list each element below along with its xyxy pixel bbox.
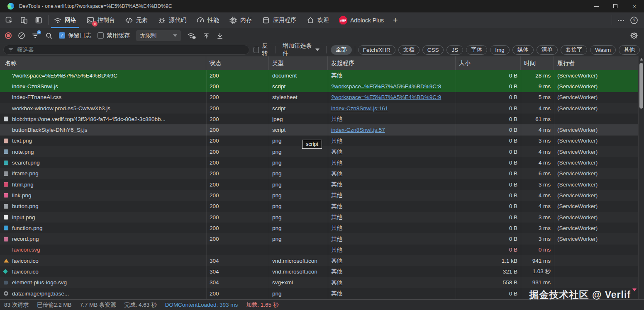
tab-performance[interactable]: 性能: [191, 12, 224, 28]
request-time: 5 ms: [521, 94, 554, 100]
preserve-log-checkbox[interactable]: ✓ 保留日志: [59, 32, 91, 39]
more-tabs-button[interactable]: +: [389, 12, 402, 28]
search-icon[interactable]: [45, 32, 53, 39]
checkbox-unchecked-icon: [254, 47, 259, 53]
table-row[interactable]: blob:https://one.verlif.top/43ff3486-fa7…: [0, 114, 638, 124]
filter-badge: ×: [37, 30, 41, 34]
more-filters-dropdown[interactable]: 增加筛选条件: [280, 42, 322, 57]
tab-application[interactable]: 应用程序: [257, 12, 301, 28]
filter-chip-5[interactable]: 字体: [466, 45, 487, 55]
filter-chip-4[interactable]: JS: [446, 45, 463, 55]
filter-chip-6[interactable]: Img: [490, 45, 510, 55]
request-time: 4 ms: [521, 160, 554, 166]
filter-chip-8[interactable]: 清单: [537, 45, 558, 55]
table-row[interactable]: buttonBlackStyle-DNhY6_Sj.js200scriptind…: [0, 124, 638, 135]
table-row[interactable]: favicon.ico304vnd.microsoft.icon其他321 B1…: [0, 266, 638, 277]
filter-chip-1[interactable]: Fetch/XHR: [358, 45, 395, 55]
initiator-link[interactable]: ?workspace=%E5%B7%A5%E4%BD%9C:8: [331, 83, 441, 90]
tab-adblock[interactable]: ABPAdblock Plus: [334, 12, 389, 28]
tab-label: 内存: [240, 17, 252, 24]
settings-gear-icon[interactable]: [630, 31, 638, 40]
initiator-link[interactable]: index-Czn8Snwl.js:57: [331, 127, 385, 133]
request-status: 200: [206, 182, 269, 188]
filter-chip-11[interactable]: 其他: [619, 45, 640, 55]
record-icon[interactable]: [5, 32, 12, 39]
tab-sources[interactable]: 源代码: [153, 12, 191, 28]
close-button[interactable]: ×: [625, 0, 644, 12]
tab-console[interactable]: ×控制台: [81, 12, 120, 28]
maximize-button[interactable]: [606, 0, 625, 12]
column-header[interactable]: 大小: [456, 56, 521, 70]
table-row[interactable]: button.png200png其他0 B4 ms(ServiceWorker): [0, 201, 638, 212]
disable-cache-checkbox[interactable]: 禁用缓存: [98, 32, 130, 39]
table-row[interactable]: html.png200png其他0 B3 ms(ServiceWorker): [0, 179, 638, 190]
table-row[interactable]: element-plus-logo.svg304svg+xml其他558 B93…: [0, 277, 638, 288]
column-header[interactable]: 名称: [0, 56, 206, 70]
filter-input[interactable]: 筛选器: [3, 45, 249, 55]
request-initiator: ?workspace=%E5%B7%A5%E4%BD%9C:8: [328, 83, 456, 90]
request-size: 0 B: [456, 192, 521, 199]
tab-elements[interactable]: 元素: [120, 12, 153, 28]
scroll-up-arrow-icon[interactable]: [640, 58, 643, 61]
table-row[interactable]: index-FTnaneAi.css200stylesheet?workspac…: [0, 92, 638, 103]
clear-icon[interactable]: [18, 32, 25, 39]
table-row[interactable]: workbox-window.prod.es5-CwtvwXb3.js200sc…: [0, 103, 638, 114]
request-name: iframe.png: [0, 170, 206, 177]
table-row[interactable]: iframe.png200png其他0 B6 ms(ServiceWorker): [0, 168, 638, 179]
vertical-scrollbar[interactable]: [638, 56, 644, 299]
request-type: stylesheet: [269, 94, 328, 100]
table-row[interactable]: index-Czn8Snwl.js200script?workspace=%E5…: [0, 81, 638, 92]
table-row[interactable]: favicon.ico304vnd.microsoft.icon其他1.1 kB…: [0, 255, 638, 266]
initiator-link[interactable]: ?workspace=%E5%B7%A5%E4%BD%9C:9: [331, 94, 441, 100]
filter-chip-7[interactable]: 媒体: [512, 45, 534, 55]
filter-toggle-icon[interactable]: ×: [32, 32, 39, 39]
table-row[interactable]: search.png200png其他0 B4 ms(ServiceWorker): [0, 157, 638, 168]
request-type: png: [269, 170, 328, 177]
initiator-link[interactable]: index-Czn8Snwl.js:161: [331, 105, 388, 111]
network-conditions-icon[interactable]: [187, 31, 196, 40]
chevron-down-icon: [315, 48, 320, 51]
table-row[interactable]: record.png200png其他0 B3 ms(ServiceWorker): [0, 233, 638, 244]
request-time: 28 ms: [521, 73, 554, 79]
table-row[interactable]: function.png200png其他0 B3 ms(ServiceWorke…: [0, 223, 638, 233]
column-header[interactable]: 时间: [521, 56, 554, 70]
table-row[interactable]: link.png200png其他0 B4 ms(ServiceWorker): [0, 190, 638, 201]
request-status: 200: [206, 214, 269, 220]
dock-side-icon[interactable]: [35, 17, 42, 24]
tab-welcome[interactable]: 欢迎: [301, 12, 334, 28]
column-header[interactable]: 发起程序: [328, 56, 456, 70]
column-header[interactable]: 类型: [269, 56, 328, 70]
scrollbar-thumb[interactable]: [639, 63, 643, 109]
filter-chip-0[interactable]: 全部: [331, 45, 352, 55]
import-har-icon[interactable]: [202, 32, 210, 39]
filter-chip-2[interactable]: 文档: [398, 45, 420, 55]
transferred-size: 已传输2.2 MB: [37, 301, 71, 309]
table-row[interactable]: favicon.svg其他0 B0 ms: [0, 245, 638, 255]
request-fulfilled-by: (ServiceWorker): [554, 160, 638, 166]
invert-checkbox[interactable]: 反转: [254, 42, 271, 57]
request-initiator: 其他: [328, 268, 456, 275]
request-type: png: [269, 160, 328, 166]
type-filter-chips: 全部Fetch/XHR文档CSSJS字体Img媒体清单套接字Wasm其他: [331, 45, 640, 55]
tab-memory[interactable]: 内存: [224, 12, 257, 28]
throttling-select[interactable]: 无限制: [136, 30, 181, 41]
tab-label: Adblock Plus: [350, 17, 384, 24]
elements-icon: [125, 16, 133, 24]
table-row[interactable]: input.png200png其他0 B3 ms(ServiceWorker): [0, 212, 638, 223]
filter-chip-3[interactable]: CSS: [422, 45, 444, 55]
inspect-icon[interactable]: [5, 16, 13, 24]
tab-network[interactable]: 网络: [49, 12, 81, 28]
column-separator: [456, 70, 456, 299]
minimize-button[interactable]: [587, 0, 606, 12]
filter-chip-9[interactable]: 套接字: [561, 45, 588, 55]
column-header[interactable]: 状态: [206, 56, 269, 70]
kebab-menu-icon[interactable]: [618, 20, 624, 21]
filter-chip-10[interactable]: Wasm: [590, 45, 616, 55]
help-icon[interactable]: ?: [630, 16, 638, 24]
column-header[interactable]: 履行者: [554, 56, 638, 70]
title-bar: DevTools - one.verlif.top/?workspace=%E5…: [0, 0, 644, 12]
export-har-icon[interactable]: [216, 32, 224, 39]
table-row[interactable]: ?workspace=%E5%B7%A5%E4%BD%9C200document…: [0, 70, 638, 81]
request-status: 200: [206, 192, 269, 199]
device-toolbar-icon[interactable]: [20, 16, 28, 24]
